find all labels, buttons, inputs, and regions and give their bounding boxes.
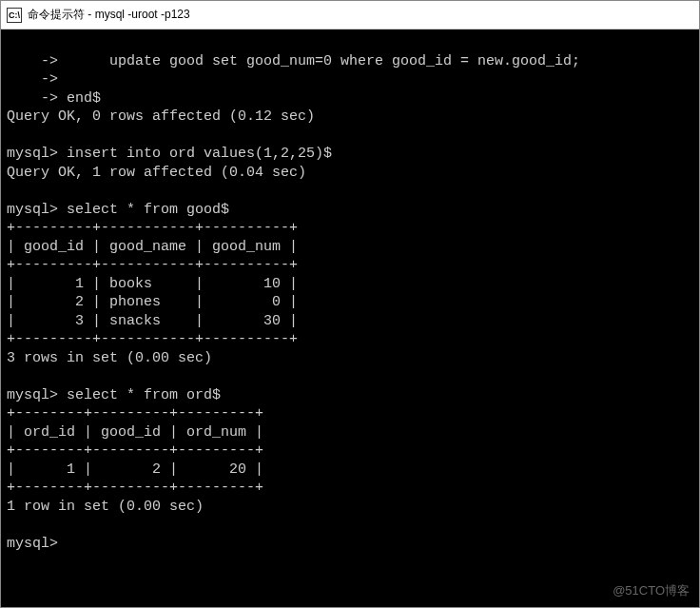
titlebar[interactable]: C:\ 命令提示符 - mysql -uroot -p123 (1, 1, 699, 29)
terminal-line: -> (7, 71, 58, 88)
terminal-line: 3 rows in set (0.00 sec) (7, 350, 212, 366)
terminal-line: | ord_id | good_id | ord_num | (7, 424, 263, 441)
terminal-line: +--------+---------+---------+ (7, 442, 263, 459)
terminal-line: +---------+-----------+----------+ (7, 331, 298, 347)
terminal-line: | good_id | good_name | good_num | (7, 239, 298, 255)
terminal-line: | 3 | snacks | 30 | (7, 313, 298, 329)
terminal-line: +--------+---------+---------+ (7, 405, 263, 422)
terminal-line: 1 row in set (0.00 sec) (7, 499, 204, 515)
terminal-line: +--------+---------+---------+ (7, 480, 263, 496)
watermark: @51CTO博客 (612, 583, 690, 599)
terminal-output[interactable]: -> update good set good_num=0 where good… (1, 29, 699, 607)
cmd-icon: C:\ (7, 8, 22, 23)
terminal-line: mysql> select * from good$ (7, 202, 229, 218)
window-title: 命令提示符 - mysql -uroot -p123 (28, 7, 190, 23)
terminal-line: -> end$ (7, 90, 101, 107)
terminal-line: | 2 | phones | 0 | (7, 294, 298, 310)
terminal-line: mysql> select * from ord$ (7, 387, 221, 403)
terminal-line: +---------+-----------+----------+ (7, 220, 298, 236)
terminal-line: mysql> insert into ord values(1,2,25)$ (7, 146, 332, 162)
terminal-line: mysql> (7, 536, 58, 552)
terminal-line: -> update good set good_num=0 where good… (7, 53, 580, 69)
terminal-line: | 1 | books | 10 | (7, 276, 298, 292)
terminal-line: +---------+-----------+----------+ (7, 257, 298, 273)
app-window: C:\ 命令提示符 - mysql -uroot -p123 -> update… (0, 0, 700, 608)
terminal-line: Query OK, 0 rows affected (0.12 sec) (7, 108, 315, 125)
terminal-line: | 1 | 2 | 20 | (7, 461, 263, 478)
terminal-line: Query OK, 1 row affected (0.04 sec) (7, 165, 306, 181)
